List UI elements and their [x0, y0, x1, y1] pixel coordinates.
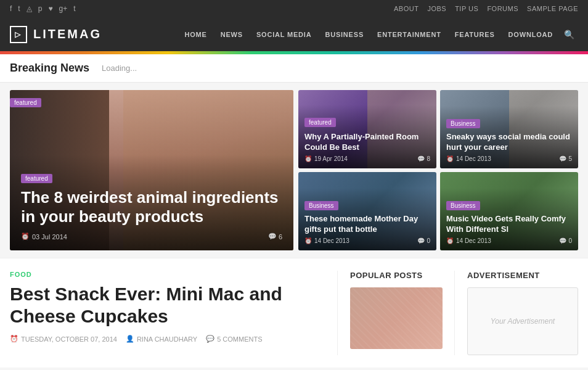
small-card-4-title: Music Video Gets Really Comfy With Diffe…: [446, 214, 572, 235]
tumblr-icon[interactable]: t: [73, 4, 75, 13]
small-card-4-comment-count: 0: [568, 237, 572, 244]
heart-icon[interactable]: ♥: [48, 4, 52, 13]
nav-download[interactable]: DOWNLOAD: [502, 27, 559, 42]
article-title[interactable]: Best Snack Ever: Mini Mac and Cheese Cup…: [10, 283, 319, 327]
clock-icon: ⏰: [304, 237, 312, 244]
small-card-2-overlay: Business Sneaky ways social media could …: [440, 106, 578, 168]
small-card-1-comment-count: 8: [427, 155, 430, 162]
breaking-news-ticker: Loading...: [102, 64, 137, 73]
featured-tag: featured: [21, 174, 52, 183]
small-card-4-comments: 💬 0: [559, 237, 572, 244]
comment-icon: 💬: [417, 155, 425, 162]
small-card-2-meta: ⏰ 14 Dec 2013 💬 5: [446, 155, 572, 162]
small-card-4-meta: ⏰ 14 Dec 2013 💬 0: [446, 237, 572, 244]
main-grid: featured The 8 weirdest animal ingredien…: [0, 83, 588, 258]
small-card-1-title: Why A Partially-Painted Room Could Be Be…: [304, 132, 430, 153]
nav-news[interactable]: NEWS: [214, 27, 249, 42]
small-card-2-title: Sneaky ways social media could hurt your…: [446, 132, 572, 153]
sample-page-link[interactable]: SAMPLE PAGE: [527, 5, 578, 12]
article-comments-count[interactable]: 💬 5 COMMENTS: [206, 335, 262, 343]
small-card-1-overlay: featured Why A Partially-Painted Room Co…: [298, 105, 436, 168]
small-card-4-date: ⏰ 14 Dec 2013: [446, 237, 491, 244]
clock-icon: ⏰: [446, 155, 454, 162]
small-card-1[interactable]: featured Why A Partially-Painted Room Co…: [298, 90, 436, 168]
small-cards-grid: featured Why A Partially-Painted Room Co…: [298, 90, 578, 250]
comment-icon: 💬: [206, 335, 214, 343]
featured-large-date-text: 03 Jul 2014: [32, 233, 67, 240]
clock-icon: ⏰: [446, 237, 454, 244]
nav-social-media[interactable]: SOCIAL MEDIA: [250, 27, 317, 42]
featured-large-card[interactable]: featured The 8 weirdest animal ingredien…: [10, 90, 293, 250]
forums-link[interactable]: FORUMS: [487, 5, 518, 12]
article-meta: ⏰ TUESDAY, OCTOBER 07, 2014 👤 RINA CHAUD…: [10, 335, 319, 343]
small-card-4-date-text: 14 Dec 2013: [456, 237, 491, 244]
nav-features[interactable]: FEATURES: [449, 27, 501, 42]
jobs-link[interactable]: JOBS: [427, 5, 446, 12]
comment-icon: 💬: [559, 155, 566, 162]
small-card-3-date-text: 14 Dec 2013: [314, 237, 349, 244]
small-card-2-date-text: 14 Dec 2013: [456, 155, 491, 162]
featured-large-comments: 💬 6: [268, 232, 282, 240]
social-links[interactable]: f t ◬ p ♥ g+ t: [10, 4, 76, 13]
googleplus-icon[interactable]: g+: [59, 4, 68, 13]
facebook-icon[interactable]: f: [10, 4, 12, 13]
food-tag: FOOD: [10, 271, 319, 278]
popular-posts-section: POPULAR POSTS: [338, 271, 455, 355]
nav-entertainment[interactable]: ENTERTAINMENT: [371, 27, 447, 42]
comment-icon: 💬: [559, 237, 566, 244]
search-icon[interactable]: 🔍: [560, 26, 578, 43]
small-card-3[interactable]: Business These homemade Mother Day gifts…: [298, 172, 436, 250]
site-logo[interactable]: LITEMAG: [10, 26, 102, 43]
small-card-2-comment-count: 5: [568, 155, 572, 162]
popular-post-thumbnail[interactable]: [350, 287, 443, 349]
logo-icon: [10, 26, 27, 43]
featured-large-title: The 8 weirdest animal ingredients in you…: [21, 188, 282, 226]
featured-large-date: ⏰ 03 Jul 2014: [21, 232, 67, 240]
featured-tag-top: featured: [10, 97, 41, 112]
article-comments-text: 5 COMMENTS: [217, 335, 262, 343]
breaking-news-label: Breaking News: [10, 62, 89, 75]
small-card-3-meta: ⏰ 14 Dec 2013 💬 0: [304, 237, 430, 244]
article-author: 👤 RINA CHAUDHARY: [126, 335, 197, 343]
top-nav-links: ABOUT JOBS TIP US FORUMS SAMPLE PAGE: [394, 5, 578, 12]
small-card-2[interactable]: Business Sneaky ways social media could …: [440, 90, 578, 168]
small-card-3-title: These homemade Mother Day gifts put that…: [304, 214, 430, 235]
small-card-4[interactable]: Business Music Video Gets Really Comfy W…: [440, 172, 578, 250]
logo-text: LITEMAG: [33, 27, 102, 41]
small-card-3-tag: Business: [304, 201, 338, 210]
featured-large-overlay: featured The 8 weirdest animal ingredien…: [10, 155, 293, 250]
article-date: ⏰ TUESDAY, OCTOBER 07, 2014: [10, 335, 117, 343]
twitter-icon[interactable]: t: [18, 4, 20, 13]
main-article: FOOD Best Snack Ever: Mini Mac and Chees…: [10, 271, 338, 355]
article-author-text: RINA CHAUDHARY: [137, 335, 197, 343]
popular-posts-label: POPULAR POSTS: [350, 271, 442, 280]
about-link[interactable]: ABOUT: [394, 5, 419, 12]
small-card-2-date: ⏰ 14 Dec 2013: [446, 155, 491, 162]
nav-business[interactable]: BUSINESS: [319, 27, 370, 42]
pinterest-icon[interactable]: p: [38, 4, 43, 13]
bottom-section: FOOD Best Snack Ever: Mini Mac and Chees…: [0, 258, 588, 368]
small-card-3-comments: 💬 0: [417, 237, 430, 244]
person-icon: 👤: [126, 335, 134, 343]
small-card-3-date: ⏰ 14 Dec 2013: [304, 237, 349, 244]
advertisement-section: ADVERTISEMENT Your Advertisement: [455, 271, 578, 355]
advertisement-label: ADVERTISEMENT: [467, 271, 578, 280]
small-card-1-tag: featured: [304, 118, 336, 127]
top-bar: f t ◬ p ♥ g+ t ABOUT JOBS TIP US FORUMS …: [0, 0, 588, 17]
featured-top-tag: featured: [10, 98, 41, 107]
small-card-1-comments: 💬 8: [417, 155, 430, 162]
small-card-4-tag: Business: [446, 201, 480, 210]
site-header: LITEMAG HOME NEWS SOCIAL MEDIA BUSINESS …: [0, 17, 588, 51]
instagram-icon[interactable]: ◬: [27, 4, 32, 13]
main-nav: HOME NEWS SOCIAL MEDIA BUSINESS ENTERTAI…: [179, 26, 578, 43]
tip-us-link[interactable]: TIP US: [455, 5, 478, 12]
breaking-news-bar: Breaking News Loading...: [0, 54, 588, 83]
small-card-1-meta: ⏰ 19 Apr 2014 💬 8: [304, 155, 430, 162]
small-card-3-overlay: Business These homemade Mother Day gifts…: [298, 188, 436, 250]
nav-home[interactable]: HOME: [179, 27, 213, 42]
ad-box[interactable]: Your Advertisement: [467, 287, 578, 355]
featured-large-meta: ⏰ 03 Jul 2014 💬 6: [21, 232, 282, 240]
featured-large-comment-count: 6: [279, 233, 282, 240]
article-date-text: TUESDAY, OCTOBER 07, 2014: [21, 335, 117, 343]
small-card-1-date: ⏰ 19 Apr 2014: [304, 155, 348, 162]
